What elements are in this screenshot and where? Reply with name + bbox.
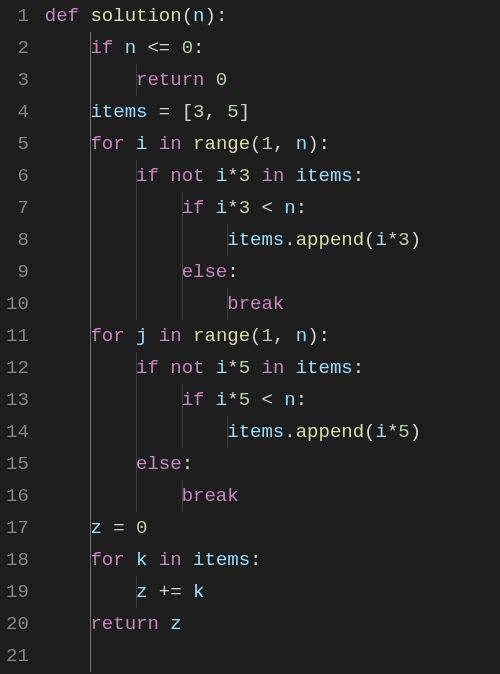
token-param: i: [216, 165, 227, 187]
token-kw: not: [170, 165, 204, 187]
token-op: [284, 357, 295, 379]
token-op: [250, 357, 261, 379]
code-line[interactable]: return 0: [45, 64, 500, 96]
code-editor[interactable]: 123456789101112131415161718192021 def so…: [0, 0, 500, 674]
token-paren: (: [182, 5, 193, 27]
code-line[interactable]: if n <= 0:: [45, 32, 500, 64]
token-kw: else: [182, 261, 228, 283]
token-op: :: [296, 389, 307, 411]
code-line[interactable]: [45, 640, 500, 672]
token-fn: solution: [90, 5, 181, 27]
code-text: if not i*3 in items:: [45, 165, 364, 187]
code-line[interactable]: else:: [45, 256, 500, 288]
indent-guide: [90, 448, 91, 480]
token-op: [159, 613, 170, 635]
token-op: ,: [273, 325, 296, 347]
code-line[interactable]: if i*5 < n:: [45, 384, 500, 416]
token-paren: (: [364, 421, 375, 443]
token-num: 1: [262, 325, 273, 347]
indent-guide: [90, 480, 91, 512]
token-kw: for: [90, 133, 124, 155]
token-kw: break: [182, 485, 239, 507]
token-paren: ): [410, 229, 421, 251]
token-param: i: [376, 229, 387, 251]
indent-guide: [136, 480, 137, 512]
code-line[interactable]: if not i*5 in items:: [45, 352, 500, 384]
token-op: [113, 37, 124, 59]
token-param: i: [216, 389, 227, 411]
code-area[interactable]: def solution(n): if n <= 0: return 0 ite…: [43, 0, 500, 674]
indent-guide: [227, 224, 228, 256]
line-number: 4: [6, 96, 29, 128]
code-line[interactable]: else:: [45, 448, 500, 480]
token-param: k: [193, 581, 204, 603]
code-line[interactable]: break: [45, 288, 500, 320]
code-line[interactable]: items.append(i*5): [45, 416, 500, 448]
indent-guide: [90, 192, 91, 224]
code-line[interactable]: z += k: [45, 576, 500, 608]
code-line[interactable]: return z: [45, 608, 500, 640]
token-param: j: [136, 325, 147, 347]
indent-guide: [90, 160, 91, 192]
token-op: [147, 549, 158, 571]
code-text: def solution(n):: [45, 5, 227, 27]
token-op: [182, 549, 193, 571]
indent-guide: [90, 576, 91, 608]
token-op: [125, 325, 136, 347]
token-kw: if: [136, 165, 159, 187]
code-line[interactable]: for j in range(1, n):: [45, 320, 500, 352]
code-line[interactable]: for k in items:: [45, 544, 500, 576]
token-kw: in: [262, 165, 285, 187]
code-line[interactable]: break: [45, 480, 500, 512]
token-param: z: [170, 613, 181, 635]
token-fn: append: [296, 421, 364, 443]
indent-guide: [90, 64, 91, 96]
token-op: :: [227, 261, 238, 283]
token-op: *: [227, 197, 238, 219]
token-paren: ): [204, 5, 215, 27]
code-line[interactable]: z = 0: [45, 512, 500, 544]
token-op: .: [284, 421, 295, 443]
code-text: break: [45, 293, 284, 315]
token-paren: ): [307, 325, 318, 347]
token-op: [250, 165, 261, 187]
token-num: 3: [398, 229, 409, 251]
indent-guide: [136, 384, 137, 416]
code-line[interactable]: for i in range(1, n):: [45, 128, 500, 160]
indent-guide: [90, 544, 91, 576]
token-op: [159, 357, 170, 379]
code-line[interactable]: def solution(n):: [45, 0, 500, 32]
indent-guide: [182, 256, 183, 288]
code-text: items.append(i*5): [45, 421, 421, 443]
token-paren: (: [364, 229, 375, 251]
token-op: [182, 325, 193, 347]
line-number: 7: [6, 192, 29, 224]
indent-guide: [227, 288, 228, 320]
indent-guide: [90, 640, 91, 672]
token-param: i: [216, 357, 227, 379]
token-num: 3: [193, 101, 204, 123]
code-line[interactable]: items.append(i*3): [45, 224, 500, 256]
token-op: [182, 133, 193, 155]
token-kw: in: [159, 133, 182, 155]
code-line[interactable]: if i*3 < n:: [45, 192, 500, 224]
token-param: items: [296, 357, 353, 379]
code-line[interactable]: items = [3, 5]: [45, 96, 500, 128]
code-text: items = [3, 5]: [45, 101, 250, 123]
line-number: 1: [6, 0, 29, 32]
token-fn: append: [296, 229, 364, 251]
token-op: [204, 389, 215, 411]
token-kw: in: [262, 357, 285, 379]
token-op: [204, 197, 215, 219]
indent-guide: [136, 416, 137, 448]
code-line[interactable]: if not i*3 in items:: [45, 160, 500, 192]
token-kw: break: [227, 293, 284, 315]
token-op: [284, 165, 295, 187]
token-num: 5: [239, 389, 250, 411]
token-param: n: [296, 133, 307, 155]
indent-guide: [136, 288, 137, 320]
token-op: ,: [273, 133, 296, 155]
token-param: items: [90, 101, 147, 123]
token-param: n: [193, 5, 204, 27]
indent-guide: [90, 288, 91, 320]
